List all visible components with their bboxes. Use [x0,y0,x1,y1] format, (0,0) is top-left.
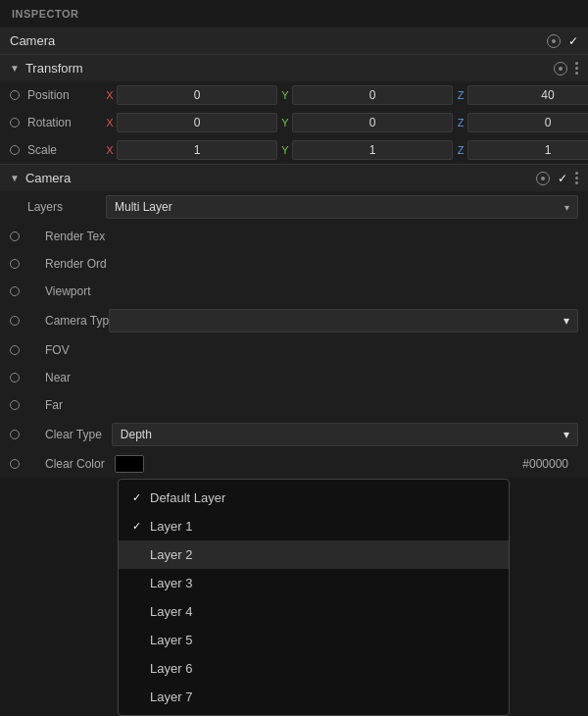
clear-type-select[interactable]: Depth ▾ [112,423,578,446]
camera-type-right: ▾ [109,309,578,332]
fov-label: FOV [45,343,70,357]
rotation-z-input[interactable] [467,113,588,132]
transform-more-icon[interactable] [575,62,578,75]
position-y-label: Y [281,89,289,101]
far-row: Far [0,391,588,419]
dropdown-item-label-5: Layer 5 [150,633,192,647]
rotation-x-label: X [106,117,114,128]
transform-section: ▼ Transform Position X Y Z [0,55,588,165]
rotation-z-group: Z [457,113,588,132]
clear-color-swatch[interactable] [115,455,144,473]
camera-section: ▼ Camera ✓ Layers Multi Layer ▾ Render T… [0,165,588,478]
dropdown-item-label-1: Layer 1 [150,519,192,534]
layers-row: Layers Multi Layer ▾ [0,191,588,223]
near-label: Near [45,371,71,384]
render-texture-row: Render Tex [0,223,588,250]
layers-dropdown-menu: ✓Default Layer✓Layer 1Layer 2Layer 3Laye… [118,479,510,716]
dropdown-item-4[interactable]: Layer 4 [119,597,509,626]
scale-x-label: X [106,144,114,156]
scale-y-group: Y [281,140,453,160]
dropdown-item-label-2: Layer 2 [150,547,192,562]
rotation-z-label: Z [457,117,465,128]
scale-label: Scale [27,143,106,157]
scale-row: Scale X Y Z [0,136,588,164]
dropdown-item-5[interactable]: Layer 5 [119,626,509,654]
rotation-fields: X Y Z [106,113,588,132]
viewport-label: Viewport [45,284,90,298]
dropdown-item-0[interactable]: ✓Default Layer [119,484,509,512]
dropdown-item-2[interactable]: Layer 2 [119,540,509,569]
clear-color-dot[interactable] [10,459,20,469]
far-dot[interactable] [10,400,20,410]
render-order-row: Render Ord [0,250,588,278]
dropdown-item-check-1: ✓ [132,520,148,533]
scale-y-input[interactable] [292,140,453,160]
camera-type-label: Camera Typ [45,314,109,328]
dropdown-item-label-4: Layer 4 [150,604,192,619]
dropdown-item-7[interactable]: Layer 7 [119,683,509,711]
position-z-input[interactable] [467,85,588,105]
dropdown-item-check-0: ✓ [132,491,148,504]
position-dot[interactable] [10,90,20,100]
near-row: Near [0,364,588,391]
clear-type-right: Depth ▾ [102,423,578,446]
camera-section-check-icon[interactable]: ✓ [558,172,567,185]
clear-color-right: #000000 [115,455,578,473]
transform-collapse-icon: ▼ [10,63,20,74]
position-fields: X Y Z [106,85,588,105]
camera-section-active-icon[interactable] [536,172,550,185]
scale-fields: X Y Z [106,140,588,160]
viewport-row: Viewport [0,278,588,305]
inspector-header: INSPECTOR [0,0,588,27]
rotation-y-group: Y [281,113,453,132]
dropdown-item-6[interactable]: Layer 6 [119,654,509,683]
transform-active-icon[interactable] [554,62,567,76]
layers-value-text: Multi Layer [115,200,172,214]
camera-section-header[interactable]: ▼ Camera ✓ [0,165,588,191]
camera-section-title: Camera [25,171,536,185]
position-y-input[interactable] [292,85,453,105]
dropdown-item-3[interactable]: Layer 3 [119,569,509,597]
transform-section-title: Transform [25,61,554,76]
position-x-label: X [106,89,114,101]
layers-label: Layers [27,200,106,214]
camera-bar-icons: ✓ [547,34,578,48]
fov-dot[interactable] [10,345,20,355]
scale-z-group: Z [457,140,588,160]
rotation-x-input[interactable] [117,113,277,132]
camera-type-chevron: ▾ [564,314,569,328]
camera-type-dot[interactable] [10,316,20,326]
rotation-row: Rotation X Y Z [0,109,588,136]
transform-section-icons [554,62,578,76]
viewport-dot[interactable] [10,286,20,296]
render-order-dot[interactable] [10,259,20,269]
camera-bar-label: Camera [10,33,547,48]
clear-color-label: Clear Color [45,457,105,471]
scale-z-input[interactable] [467,140,588,160]
render-texture-dot[interactable] [10,231,20,241]
camera-active-icon[interactable] [547,34,561,48]
clear-type-chevron: ▾ [564,428,569,441]
near-dot[interactable] [10,373,20,383]
clear-color-row: Clear Color #000000 [0,450,588,478]
clear-type-dot[interactable] [10,430,20,439]
camera-section-more-icon[interactable] [575,172,578,184]
camera-check-icon[interactable]: ✓ [568,34,578,48]
clear-type-row: Clear Type Depth ▾ [0,419,588,450]
position-x-input[interactable] [117,85,277,105]
fov-row: FOV [0,336,588,364]
camera-type-row: Camera Typ ▾ [0,305,588,336]
rotation-dot[interactable] [10,118,20,128]
layers-dropdown[interactable]: Multi Layer ▾ [106,195,578,219]
position-z-label: Z [457,89,465,101]
dropdown-item-label-3: Layer 3 [150,576,192,590]
clear-color-hex: #000000 [522,457,578,471]
rotation-y-input[interactable] [292,113,453,132]
scale-y-label: Y [281,144,289,156]
position-row: Position X Y Z [0,81,588,109]
camera-type-select[interactable]: ▾ [109,309,578,332]
transform-section-header[interactable]: ▼ Transform [0,55,588,81]
dropdown-item-1[interactable]: ✓Layer 1 [119,512,509,540]
scale-dot[interactable] [10,145,20,155]
scale-x-input[interactable] [117,140,277,160]
